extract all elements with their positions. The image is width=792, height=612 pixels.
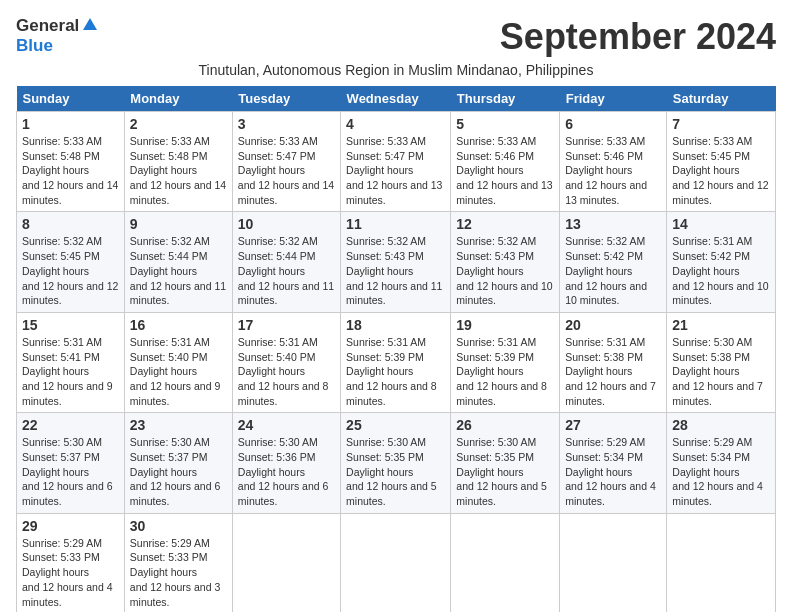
- day-info: Sunrise: 5:29 AM Sunset: 5:34 PM Dayligh…: [565, 435, 661, 508]
- day-number: 28: [672, 417, 770, 433]
- table-row: 12 Sunrise: 5:32 AM Sunset: 5:43 PM Dayl…: [451, 212, 560, 312]
- day-info: Sunrise: 5:32 AM Sunset: 5:44 PM Dayligh…: [130, 234, 227, 307]
- day-number: 8: [22, 216, 119, 232]
- day-info: Sunrise: 5:33 AM Sunset: 5:45 PM Dayligh…: [672, 134, 770, 207]
- table-row: 15 Sunrise: 5:31 AM Sunset: 5:41 PM Dayl…: [17, 312, 125, 412]
- day-number: 19: [456, 317, 554, 333]
- day-number: 13: [565, 216, 661, 232]
- svg-marker-0: [83, 18, 97, 30]
- table-row: 16 Sunrise: 5:31 AM Sunset: 5:40 PM Dayl…: [124, 312, 232, 412]
- day-number: 24: [238, 417, 335, 433]
- day-number: 12: [456, 216, 554, 232]
- day-info: Sunrise: 5:32 AM Sunset: 5:44 PM Dayligh…: [238, 234, 335, 307]
- day-number: 20: [565, 317, 661, 333]
- table-row: 2 Sunrise: 5:33 AM Sunset: 5:48 PM Dayli…: [124, 112, 232, 212]
- day-number: 1: [22, 116, 119, 132]
- table-row: 4 Sunrise: 5:33 AM Sunset: 5:47 PM Dayli…: [341, 112, 451, 212]
- calendar: Sunday Monday Tuesday Wednesday Thursday…: [16, 86, 776, 612]
- day-info: Sunrise: 5:33 AM Sunset: 5:47 PM Dayligh…: [238, 134, 335, 207]
- table-row: 27 Sunrise: 5:29 AM Sunset: 5:34 PM Dayl…: [560, 413, 667, 513]
- table-row: [560, 513, 667, 612]
- logo-icon: [81, 16, 99, 34]
- table-row: 14 Sunrise: 5:31 AM Sunset: 5:42 PM Dayl…: [667, 212, 776, 312]
- day-number: 5: [456, 116, 554, 132]
- day-info: Sunrise: 5:32 AM Sunset: 5:43 PM Dayligh…: [346, 234, 445, 307]
- table-row: 10 Sunrise: 5:32 AM Sunset: 5:44 PM Dayl…: [232, 212, 340, 312]
- day-info: Sunrise: 5:31 AM Sunset: 5:42 PM Dayligh…: [672, 234, 770, 307]
- logo: General Blue: [16, 16, 99, 56]
- day-info: Sunrise: 5:32 AM Sunset: 5:43 PM Dayligh…: [456, 234, 554, 307]
- day-number: 26: [456, 417, 554, 433]
- col-monday: Monday: [124, 86, 232, 112]
- table-row: 7 Sunrise: 5:33 AM Sunset: 5:45 PM Dayli…: [667, 112, 776, 212]
- day-number: 29: [22, 518, 119, 534]
- day-number: 7: [672, 116, 770, 132]
- table-row: 8 Sunrise: 5:32 AM Sunset: 5:45 PM Dayli…: [17, 212, 125, 312]
- col-thursday: Thursday: [451, 86, 560, 112]
- table-row: 28 Sunrise: 5:29 AM Sunset: 5:34 PM Dayl…: [667, 413, 776, 513]
- day-info: Sunrise: 5:30 AM Sunset: 5:35 PM Dayligh…: [456, 435, 554, 508]
- col-friday: Friday: [560, 86, 667, 112]
- day-info: Sunrise: 5:31 AM Sunset: 5:41 PM Dayligh…: [22, 335, 119, 408]
- table-row: 22 Sunrise: 5:30 AM Sunset: 5:37 PM Dayl…: [17, 413, 125, 513]
- day-info: Sunrise: 5:32 AM Sunset: 5:42 PM Dayligh…: [565, 234, 661, 307]
- table-row: 11 Sunrise: 5:32 AM Sunset: 5:43 PM Dayl…: [341, 212, 451, 312]
- table-row: 3 Sunrise: 5:33 AM Sunset: 5:47 PM Dayli…: [232, 112, 340, 212]
- day-number: 22: [22, 417, 119, 433]
- day-info: Sunrise: 5:31 AM Sunset: 5:40 PM Dayligh…: [130, 335, 227, 408]
- col-wednesday: Wednesday: [341, 86, 451, 112]
- table-row: 18 Sunrise: 5:31 AM Sunset: 5:39 PM Dayl…: [341, 312, 451, 412]
- day-number: 25: [346, 417, 445, 433]
- day-number: 3: [238, 116, 335, 132]
- table-row: 13 Sunrise: 5:32 AM Sunset: 5:42 PM Dayl…: [560, 212, 667, 312]
- table-row: 23 Sunrise: 5:30 AM Sunset: 5:37 PM Dayl…: [124, 413, 232, 513]
- day-number: 21: [672, 317, 770, 333]
- day-info: Sunrise: 5:33 AM Sunset: 5:46 PM Dayligh…: [565, 134, 661, 207]
- table-row: 5 Sunrise: 5:33 AM Sunset: 5:46 PM Dayli…: [451, 112, 560, 212]
- day-info: Sunrise: 5:31 AM Sunset: 5:39 PM Dayligh…: [346, 335, 445, 408]
- day-info: Sunrise: 5:29 AM Sunset: 5:34 PM Dayligh…: [672, 435, 770, 508]
- table-row: 21 Sunrise: 5:30 AM Sunset: 5:38 PM Dayl…: [667, 312, 776, 412]
- table-row: [232, 513, 340, 612]
- logo-general: General: [16, 16, 79, 36]
- logo-blue: Blue: [16, 36, 53, 56]
- table-row: 1 Sunrise: 5:33 AM Sunset: 5:48 PM Dayli…: [17, 112, 125, 212]
- day-info: Sunrise: 5:32 AM Sunset: 5:45 PM Dayligh…: [22, 234, 119, 307]
- day-number: 17: [238, 317, 335, 333]
- day-info: Sunrise: 5:31 AM Sunset: 5:40 PM Dayligh…: [238, 335, 335, 408]
- table-row: 19 Sunrise: 5:31 AM Sunset: 5:39 PM Dayl…: [451, 312, 560, 412]
- table-row: 20 Sunrise: 5:31 AM Sunset: 5:38 PM Dayl…: [560, 312, 667, 412]
- table-row: [341, 513, 451, 612]
- day-number: 30: [130, 518, 227, 534]
- day-info: Sunrise: 5:33 AM Sunset: 5:48 PM Dayligh…: [22, 134, 119, 207]
- day-number: 10: [238, 216, 335, 232]
- day-number: 6: [565, 116, 661, 132]
- table-row: 29 Sunrise: 5:29 AM Sunset: 5:33 PM Dayl…: [17, 513, 125, 612]
- table-row: 17 Sunrise: 5:31 AM Sunset: 5:40 PM Dayl…: [232, 312, 340, 412]
- col-sunday: Sunday: [17, 86, 125, 112]
- table-row: [667, 513, 776, 612]
- day-info: Sunrise: 5:29 AM Sunset: 5:33 PM Dayligh…: [130, 536, 227, 609]
- col-saturday: Saturday: [667, 86, 776, 112]
- day-number: 15: [22, 317, 119, 333]
- day-info: Sunrise: 5:30 AM Sunset: 5:37 PM Dayligh…: [22, 435, 119, 508]
- day-info: Sunrise: 5:30 AM Sunset: 5:36 PM Dayligh…: [238, 435, 335, 508]
- day-info: Sunrise: 5:30 AM Sunset: 5:37 PM Dayligh…: [130, 435, 227, 508]
- day-number: 16: [130, 317, 227, 333]
- day-info: Sunrise: 5:33 AM Sunset: 5:48 PM Dayligh…: [130, 134, 227, 207]
- day-number: 2: [130, 116, 227, 132]
- day-info: Sunrise: 5:31 AM Sunset: 5:39 PM Dayligh…: [456, 335, 554, 408]
- day-info: Sunrise: 5:33 AM Sunset: 5:47 PM Dayligh…: [346, 134, 445, 207]
- day-number: 14: [672, 216, 770, 232]
- day-number: 11: [346, 216, 445, 232]
- day-info: Sunrise: 5:31 AM Sunset: 5:38 PM Dayligh…: [565, 335, 661, 408]
- col-tuesday: Tuesday: [232, 86, 340, 112]
- day-info: Sunrise: 5:33 AM Sunset: 5:46 PM Dayligh…: [456, 134, 554, 207]
- table-row: 26 Sunrise: 5:30 AM Sunset: 5:35 PM Dayl…: [451, 413, 560, 513]
- table-row: 25 Sunrise: 5:30 AM Sunset: 5:35 PM Dayl…: [341, 413, 451, 513]
- table-row: 30 Sunrise: 5:29 AM Sunset: 5:33 PM Dayl…: [124, 513, 232, 612]
- table-row: [451, 513, 560, 612]
- day-number: 18: [346, 317, 445, 333]
- table-row: 6 Sunrise: 5:33 AM Sunset: 5:46 PM Dayli…: [560, 112, 667, 212]
- day-number: 4: [346, 116, 445, 132]
